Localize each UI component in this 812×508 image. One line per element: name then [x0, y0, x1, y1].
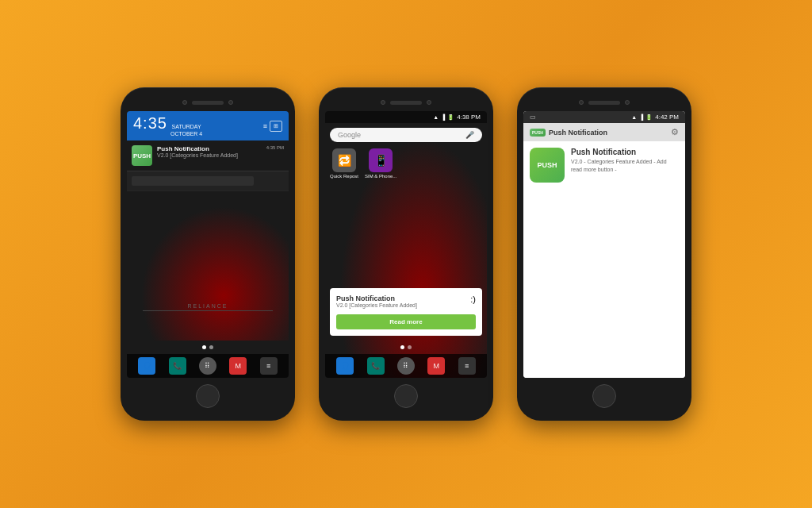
- signal-icon-1: ≡: [263, 122, 267, 130]
- phone-2-screen: ▲ ▐ 🔋 4:38 PM Google 🎤 🔁: [325, 111, 487, 378]
- sim-icon: 📱: [374, 154, 388, 167]
- home-button-1[interactable]: [196, 384, 220, 408]
- dock-icon-menu-2[interactable]: ≡: [458, 357, 476, 375]
- spacer-2: [330, 185, 482, 285]
- app-icons-row: 🔁 Quick Repost 📱 SIM & Phone...: [330, 145, 482, 182]
- notif-app-icon-1: PUSH: [132, 145, 152, 166]
- google-text: Google: [338, 131, 361, 139]
- dock-icon-person-2[interactable]: 👤: [336, 357, 354, 375]
- dock-icon-apps-2[interactable]: ⠿: [397, 357, 415, 375]
- dock-icon-apps-1[interactable]: ⠿: [199, 357, 216, 375]
- status-icons-1: ≡ ⊞: [263, 121, 282, 132]
- battery-icon-3: 🔋: [645, 114, 653, 121]
- date-display-1: SATURDAY OCTOBER 4: [170, 123, 202, 137]
- notification-bar-1: PUSH Push Notification V2.0 [Categories …: [127, 140, 289, 171]
- settings-gear-icon[interactable]: ⚙: [671, 127, 679, 137]
- speaker-2: [390, 101, 422, 105]
- dock-icon-menu-1[interactable]: ≡: [260, 357, 278, 375]
- sensor-dot-2: [427, 100, 431, 105]
- push-logo-icon: PUSH: [530, 148, 565, 183]
- notification-status-icon: ▭: [530, 114, 536, 121]
- dock-icon-phone-1[interactable]: 📞: [169, 357, 186, 375]
- phone-2-bottom-bar: [325, 378, 487, 411]
- time-display-2: 4:38 PM: [457, 114, 481, 121]
- quick-repost-icon: 🔁: [338, 154, 351, 167]
- notif-header-title: Push Notification: [549, 129, 607, 137]
- popup-subtitle-2: V2.0 [Categories Feature Added]: [336, 302, 476, 308]
- time-display-3: 4:42 PM: [655, 114, 679, 121]
- dock-icon-gmail-1[interactable]: M: [229, 357, 247, 375]
- phone-1-top-bar: [127, 97, 289, 111]
- phone-3-bottom-bar: [523, 378, 685, 411]
- app-label-sim: SIM & Phone...: [365, 174, 396, 179]
- phone-1-screen: 4:35 SATURDAY OCTOBER 4 ≡ ⊞ PUSH Pu: [127, 111, 289, 378]
- mic-icon: 🎤: [465, 131, 474, 139]
- status-bar-2: ▲ ▐ 🔋 4:38 PM: [325, 111, 487, 123]
- signal-icon-2: ▐: [441, 114, 445, 120]
- dot-1b: [209, 345, 213, 349]
- phone-3-screen: ▭ ▲ ▐ 🔋 4:42 PM PUSH Push Notification ⚙…: [523, 111, 685, 378]
- phone-1-bottom-bar: [127, 378, 289, 411]
- dock-bar-2: 👤 📞 ⠿ M ≡: [325, 354, 487, 378]
- phone-3-top-bar: [523, 97, 685, 111]
- wifi-icon-3: ▲: [631, 114, 637, 120]
- notif-body-3: PUSH Push Notification V2.0 - Categories…: [523, 141, 685, 266]
- home-button-2[interactable]: [394, 384, 418, 408]
- dock-icon-phone-2[interactable]: 📞: [367, 357, 385, 375]
- notif-content-1: Push Notification V2.0 [Categories Featu…: [157, 145, 262, 158]
- dot-2b: [408, 345, 412, 349]
- reliance-line: [143, 310, 272, 311]
- notif-body-text: Push Notification V2.0 - Categories Feat…: [571, 148, 679, 260]
- battery-icon-2: 🔋: [447, 114, 454, 121]
- status-bar-1: 4:35 SATURDAY OCTOBER 4 ≡ ⊞: [127, 111, 289, 140]
- dots-indicator-1: [127, 341, 289, 354]
- camera-dot-3: [579, 100, 584, 105]
- sensor-dot-1: [228, 100, 233, 105]
- push-badge: PUSH: [530, 129, 546, 137]
- wifi-icon-2: ▲: [433, 114, 439, 120]
- speaker-1: [192, 101, 224, 105]
- notif-body-desc: V2.0 - Categories Feature Added - Add re…: [571, 158, 679, 174]
- notif-time-1: 4:35 PM: [266, 145, 284, 150]
- camera-dot-1: [182, 100, 187, 105]
- reliance-text: RELIANCE: [187, 303, 228, 309]
- google-search-bar[interactable]: Google 🎤: [330, 128, 482, 142]
- app-icon-quick-repost[interactable]: 🔁 Quick Repost: [330, 148, 358, 179]
- popup-notification-2: :) Push Notification V2.0 [Categories Fe…: [330, 288, 482, 336]
- app-label-quick-repost: Quick Repost: [330, 174, 358, 179]
- status-bar-3: ▭ ▲ ▐ 🔋 4:42 PM: [523, 111, 685, 123]
- screen3-fill: [523, 266, 685, 378]
- notif-subtitle-1: V2.0 [Categories Feature Added]: [157, 152, 262, 158]
- speaker-3: [588, 101, 620, 105]
- phone-2: ▲ ▐ 🔋 4:38 PM Google 🎤 🔁: [319, 87, 493, 421]
- home-button-3[interactable]: [592, 384, 616, 408]
- app-icon-sim[interactable]: 📱 SIM & Phone...: [365, 148, 396, 179]
- popup-title-2: Push Notification: [336, 294, 476, 302]
- time-display-1: 4:35: [133, 114, 167, 133]
- notif-header-left: PUSH Push Notification: [530, 129, 607, 137]
- notification-bar-1b: [127, 171, 289, 191]
- phone-3: ▭ ▲ ▐ 🔋 4:42 PM PUSH Push Notification ⚙…: [517, 87, 691, 421]
- phone-1: 4:35 SATURDAY OCTOBER 4 ≡ ⊞ PUSH Pu: [121, 87, 295, 421]
- read-more-button[interactable]: Read more: [336, 314, 476, 329]
- signal-icon-3: ▐: [639, 114, 643, 120]
- screen1-body: RELIANCE: [127, 191, 289, 341]
- popup-emoji: :): [470, 294, 476, 304]
- dots-indicator-2: [325, 341, 487, 354]
- dock-icon-gmail-2[interactable]: M: [427, 357, 445, 375]
- dock-icon-person-1[interactable]: 👤: [138, 357, 155, 375]
- notif-body-title: Push Notification: [571, 148, 679, 156]
- notif-header-3: PUSH Push Notification ⚙: [523, 123, 685, 141]
- notif-title-1: Push Notification: [157, 145, 262, 152]
- dot-active-1: [202, 345, 206, 349]
- screen2-body: Google 🎤 🔁 Quick Repost 📱: [325, 123, 487, 341]
- sensor-dot-3: [625, 100, 630, 105]
- camera-dot-2: [381, 100, 385, 105]
- grid-icon-1: ⊞: [270, 121, 282, 132]
- dot-active-2: [400, 345, 404, 349]
- phone-2-top-bar: [325, 97, 487, 111]
- dock-bar-1: 👤 📞 ⠿ M ≡: [127, 354, 289, 378]
